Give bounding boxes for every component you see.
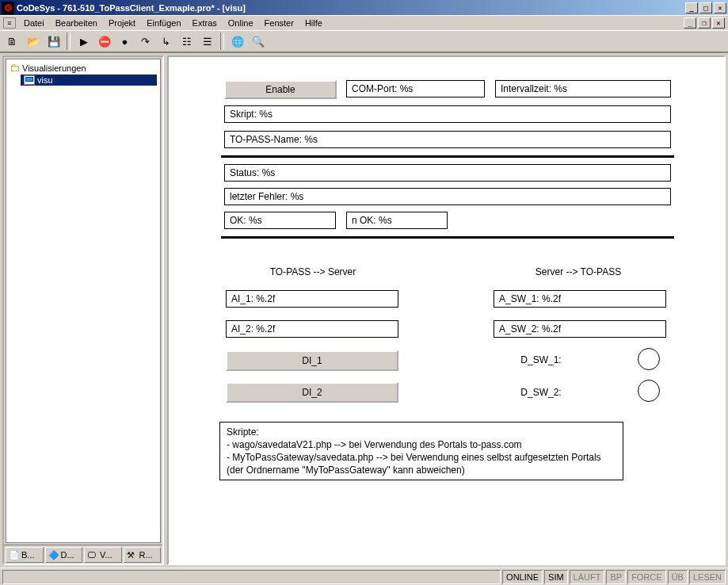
mdi-restore-button[interactable]: ❐ (698, 17, 711, 29)
menu-bearbeiten[interactable]: Bearbeiten (50, 17, 103, 29)
menu-datei[interactable]: Datei (18, 17, 50, 29)
dsw1-indicator (638, 348, 660, 370)
topassname-field[interactable]: TO-PASS-Name: %s (224, 131, 671, 148)
tree-root-label: Visualisierungen (22, 63, 86, 73)
asw1-field[interactable]: A_SW_1: %.2f (494, 290, 666, 308)
dsw2-indicator (638, 380, 660, 402)
dsw1-label: D_SW_1: (494, 354, 589, 365)
close-button[interactable]: ✕ (714, 2, 726, 13)
statusbar: ONLINE SIM LÄUFT BP FORCE ÜB LESEN (0, 568, 728, 585)
status-ub: ÜB (668, 570, 688, 584)
note-line-2: - MyToPassGateway/savedata.php --> bei V… (227, 451, 616, 464)
menu-fenster[interactable]: Fenster (259, 17, 299, 29)
breakpoint-icon[interactable]: ● (116, 32, 134, 50)
global-icon[interactable]: 🌐 (228, 32, 246, 50)
tree-view[interactable]: 🗀 Visualisierungen visu (6, 59, 161, 543)
visu-canvas: Enable COM-Port: %s Intervallzeit: %s Sk… (170, 59, 722, 562)
find-icon[interactable]: 🔍 (249, 32, 267, 50)
status-lauft: LÄUFT (570, 570, 605, 584)
visu-editor[interactable]: Enable COM-Port: %s Intervallzeit: %s Sk… (167, 55, 726, 565)
status-message (2, 570, 501, 584)
status-bp: BP (606, 570, 626, 584)
dsw2-label: D_SW_2: (494, 387, 589, 398)
tab-resources[interactable]: ⚒R... (124, 547, 162, 563)
tree-item-label: visu (37, 75, 53, 85)
step-over-icon[interactable]: ↷ (136, 32, 154, 50)
intervall-field[interactable]: Intervallzeit: %s (495, 80, 671, 98)
open-icon[interactable]: 📂 (24, 32, 42, 50)
menu-extras[interactable]: Extras (187, 17, 223, 29)
divider-2 (221, 236, 674, 239)
header-left: TO-PASS --> Server (238, 266, 388, 277)
client-area: 🗀 Visualisierungen visu 📄B... 🔷D... 🖵V..… (0, 52, 728, 568)
ok-field[interactable]: OK: %s (224, 212, 336, 229)
menubar: ≡ Datei Bearbeiten Projekt Einfügen Extr… (0, 15, 728, 30)
status-force: FORCE (627, 570, 666, 584)
visu-tab-icon: 🖵 (87, 550, 98, 560)
note-title: Skripte: (227, 426, 616, 438)
ai2-field[interactable]: AI_2: %.2f (226, 320, 398, 338)
pou-icon: 📄 (9, 550, 20, 560)
menu-hilfe[interactable]: Hilfe (299, 17, 328, 29)
menu-projekt[interactable]: Projekt (103, 17, 141, 29)
skripte-note: Skripte: - wago/savedataV21.php --> bei … (219, 422, 623, 480)
tab-datatypes[interactable]: 🔷D... (45, 547, 83, 563)
new-icon[interactable]: 🗎 (3, 32, 21, 50)
mdi-close-button[interactable]: ✕ (712, 17, 725, 29)
mdi-system-icon[interactable]: ≡ (3, 17, 16, 29)
resource-icon: ⚒ (127, 550, 138, 560)
tool-icon-1[interactable]: ☷ (177, 32, 196, 50)
maximize-button[interactable]: □ (699, 2, 712, 13)
save-icon[interactable]: 💾 (44, 32, 63, 50)
skript-field[interactable]: Skript: %s (224, 105, 671, 123)
divider-1 (221, 155, 674, 158)
window-title: CoDeSys - 761-510_ToPassClient_Exmaple.p… (17, 3, 685, 13)
status-sim: SIM (544, 570, 568, 584)
letzterfehler-field[interactable]: letzter Fehler: %s (224, 188, 671, 205)
tab-visualisations[interactable]: 🖵V... (84, 547, 122, 563)
visu-icon (24, 75, 35, 85)
tree-root[interactable]: 🗀 Visualisierungen (6, 61, 160, 75)
asw2-field[interactable]: A_SW_2: %.2f (494, 320, 666, 338)
folder-icon: 🗀 (10, 62, 20, 74)
note-line-3: (der Ordnername "MyToPassGateway" kann a… (227, 464, 616, 476)
comport-field[interactable]: COM-Port: %s (346, 80, 485, 98)
mdi-minimize-button[interactable]: _ (684, 17, 696, 29)
ai1-field[interactable]: AI_1: %.2f (226, 290, 398, 308)
titlebar: ⚙ CoDeSys - 761-510_ToPassClient_Exmaple… (0, 0, 728, 15)
panel-tabs: 📄B... 🔷D... 🖵V... ⚒R... (4, 545, 162, 564)
run-icon[interactable]: ▶ (74, 32, 93, 50)
tree-item-visu[interactable]: visu (21, 75, 157, 86)
di1-button[interactable]: DI_1 (226, 350, 398, 371)
status-lesen: LESEN (689, 570, 726, 584)
status-online: ONLINE (502, 570, 543, 584)
enable-button[interactable]: Enable (224, 80, 337, 99)
toolbar: 🗎 📂 💾 ▶ ⛔ ● ↷ ↳ ☷ ☰ 🌐 🔍 (0, 30, 728, 52)
app-icon: ⚙ (2, 2, 14, 14)
status-field[interactable]: Status: %s (224, 164, 671, 182)
menu-einfuegen[interactable]: Einfügen (141, 17, 186, 29)
di2-button[interactable]: DI_2 (226, 382, 398, 403)
menu-online[interactable]: Online (223, 17, 259, 29)
step-into-icon[interactable]: ↳ (157, 32, 175, 50)
tool-icon-2[interactable]: ☰ (198, 32, 216, 50)
project-panel: 🗀 Visualisierungen visu 📄B... 🔷D... 🖵V..… (2, 55, 164, 565)
nok-field[interactable]: n OK: %s (346, 212, 448, 229)
window-buttons: _ □ ✕ (685, 2, 726, 13)
header-right: Server --> TO-PASS (503, 266, 654, 277)
minimize-button[interactable]: _ (685, 2, 698, 13)
tab-pous[interactable]: 📄B... (6, 547, 44, 563)
datatype-icon: 🔷 (48, 550, 59, 560)
note-line-1: - wago/savedataV21.php --> bei Verwendun… (227, 438, 616, 451)
stop-icon[interactable]: ⛔ (95, 32, 113, 50)
